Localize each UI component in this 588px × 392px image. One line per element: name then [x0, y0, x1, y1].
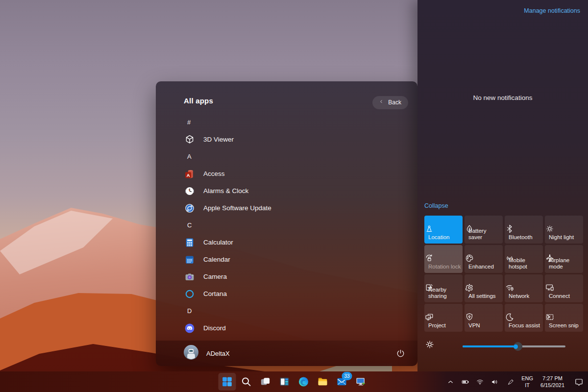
tray-chevron-up-icon[interactable]	[446, 378, 455, 386]
connect-icon	[545, 283, 555, 293]
tray-action-center-icon[interactable]	[574, 377, 584, 387]
app-item-3d-viewer[interactable]: 3D Viewer	[184, 131, 408, 148]
language-indicator[interactable]: ENG IT	[521, 375, 533, 389]
brightness-icon	[424, 343, 435, 351]
tile-label: Network	[509, 293, 541, 300]
discord-icon	[184, 322, 196, 334]
3d-viewer-icon	[184, 134, 196, 146]
quick-tile-project[interactable]: Project	[424, 304, 463, 332]
app-item-calendar[interactable]: Calendar	[184, 251, 408, 268]
clock[interactable]: 7:27 PM 6/15/2021	[540, 375, 564, 389]
section-letter-c[interactable]: C	[184, 217, 408, 234]
app-item-cortana[interactable]: Cortana	[184, 285, 408, 302]
app-label: Apple Software Update	[203, 204, 271, 212]
app-label: Calculator	[203, 239, 233, 246]
svg-text:A: A	[187, 172, 190, 177]
quick-tile-enhanced[interactable]: Enhanced	[465, 245, 503, 273]
action-center-icon	[574, 377, 584, 387]
task-view-icon	[259, 375, 272, 388]
taskbar-edge-button[interactable]	[295, 373, 313, 391]
tile-label: Project	[428, 322, 461, 329]
night-light-icon	[545, 224, 555, 234]
taskbar: 33 ENG IT 7:27 PM 6/15/2021	[0, 371, 588, 392]
tile-label: VPN	[468, 322, 501, 329]
taskbar-panel-layout-button[interactable]	[276, 373, 294, 391]
tile-label: Mobile hotspot	[509, 257, 541, 270]
tile-label: Night light	[549, 234, 582, 241]
tile-label: Focus assist	[509, 322, 541, 329]
section-letter-a[interactable]: A	[184, 148, 408, 165]
quick-tile-focus-assist[interactable]: Focus assist	[505, 304, 543, 332]
quick-tile-vpn[interactable]: VPN	[465, 304, 503, 332]
taskbar-remote-desktop-button[interactable]	[352, 373, 370, 391]
section-letter-[interactable]: #	[184, 114, 408, 131]
quick-tile-mobile-hotspot[interactable]: Mobile hotspot	[505, 245, 543, 273]
app-item-calculator[interactable]: Calculator	[184, 234, 408, 251]
app-item-discord[interactable]: Discord	[184, 319, 408, 337]
taskbar-search-button[interactable]	[238, 373, 255, 391]
quick-tile-rotation-lock[interactable]: Rotation lock	[424, 245, 463, 273]
quick-tile-connect[interactable]: Connect	[545, 274, 583, 302]
quick-tile-screen-snip[interactable]: Screen snip	[545, 304, 583, 332]
quick-tile-battery-saver[interactable]: Battery saver	[465, 216, 503, 244]
search-icon	[240, 375, 253, 388]
tray-pen-icon[interactable]	[507, 378, 515, 386]
quick-tile-all-settings[interactable]: All settings	[465, 274, 503, 302]
quick-tile-airplane-mode[interactable]: Airplane mode	[545, 245, 583, 273]
tray-wifi-icon[interactable]	[476, 378, 484, 386]
quick-tile-nearby-sharing[interactable]: Nearby sharing	[424, 274, 463, 302]
back-button[interactable]: Back	[372, 96, 408, 109]
brightness-slider-fill	[463, 345, 518, 347]
brightness-slider-thumb[interactable]	[514, 342, 522, 351]
rotation-lock-icon	[424, 253, 434, 263]
tile-label: Location	[428, 234, 461, 241]
user-profile[interactable]: ADeltaX	[184, 345, 230, 362]
no-notifications-text: No new notifications	[417, 94, 588, 101]
app-item-camera[interactable]: Camera	[184, 268, 408, 285]
taskbar-mail-button[interactable]: 33	[333, 373, 351, 391]
pen-icon	[507, 378, 515, 386]
start-menu-user-bar: ADeltaX	[156, 341, 417, 366]
app-label: 3D Viewer	[203, 136, 234, 143]
app-label: Calendar	[203, 256, 230, 263]
section-letter-d[interactable]: D	[184, 302, 408, 319]
tray-volume-icon[interactable]	[490, 378, 499, 386]
quick-tile-network[interactable]: Network	[505, 274, 543, 302]
brightness-slider[interactable]	[463, 345, 565, 347]
time-text: 7:27 PM	[542, 375, 563, 382]
tile-label: Battery saver	[468, 228, 501, 241]
tile-label: Nearby sharing	[428, 287, 461, 300]
start-menu-header: All apps Back	[156, 95, 417, 109]
enhanced-icon	[465, 253, 474, 263]
taskbar-app-icons: 33	[219, 373, 370, 391]
quick-tile-night-light[interactable]: Night light	[545, 216, 583, 244]
power-button[interactable]	[394, 347, 407, 361]
date-text: 6/15/2021	[540, 382, 564, 389]
quick-tile-bluetooth[interactable]: Bluetooth	[505, 216, 543, 244]
cortana-icon	[184, 288, 196, 300]
chevron-left-icon	[378, 98, 385, 105]
apple-software-update-icon	[184, 202, 196, 214]
taskbar-task-view-button[interactable]	[257, 373, 274, 391]
app-item-apple-software-update[interactable]: Apple Software Update	[184, 199, 408, 217]
language-secondary: IT	[525, 382, 530, 389]
user-name: ADeltaX	[206, 350, 230, 357]
quick-tile-location[interactable]: Location	[424, 216, 463, 244]
start-icon	[221, 375, 234, 388]
alarms-clock-icon	[184, 185, 196, 197]
taskbar-file-explorer-button[interactable]	[314, 373, 332, 391]
vpn-icon	[465, 312, 474, 322]
collapse-link[interactable]: Collapse	[424, 202, 448, 209]
manage-notifications-link[interactable]: Manage notifications	[524, 7, 580, 14]
start-menu-panel: All apps Back #3D ViewerAAAccessAlarms &…	[156, 81, 417, 366]
focus-assist-icon	[505, 312, 514, 322]
tile-label: Airplane mode	[549, 257, 582, 270]
brightness-row	[424, 339, 580, 355]
taskbar-start-button[interactable]	[219, 373, 236, 391]
all-settings-icon	[465, 283, 474, 293]
app-item-alarms-clock[interactable]: Alarms & Clock	[184, 182, 408, 199]
app-item-access[interactable]: AAccess	[184, 165, 408, 182]
volume-icon	[490, 378, 499, 386]
tray-battery-icon[interactable]	[461, 378, 469, 386]
edge-icon	[297, 375, 310, 388]
